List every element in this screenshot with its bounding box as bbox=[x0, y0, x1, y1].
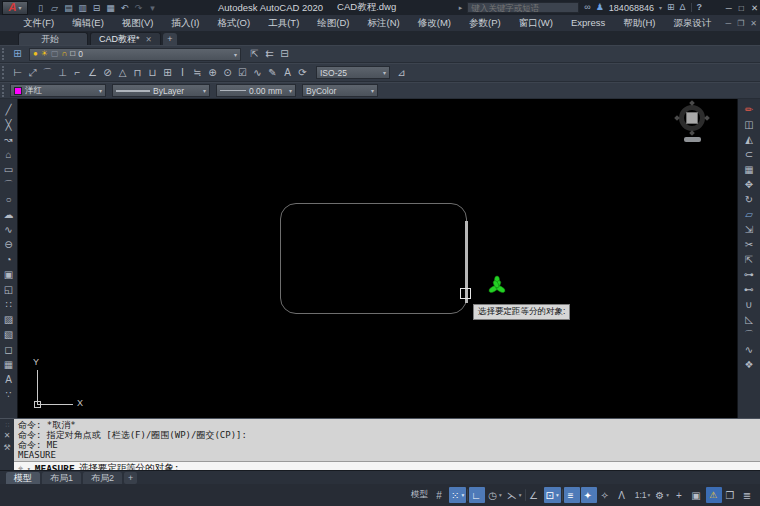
doc-minimize-button[interactable]: ─ bbox=[725, 19, 731, 28]
plot-button[interactable]: ⊟ bbox=[90, 1, 103, 14]
polar-tracking-button[interactable]: ◷ ▾ bbox=[486, 487, 504, 503]
ordinate-dimension-button[interactable]: ⊥ bbox=[55, 65, 70, 80]
create-block-button[interactable]: ◱ bbox=[1, 282, 17, 297]
toolbar-grip[interactable] bbox=[2, 66, 7, 80]
scale-button[interactable]: ▱ bbox=[741, 207, 757, 222]
move-button[interactable]: ✥ bbox=[741, 177, 757, 192]
close-button[interactable]: ✕ bbox=[751, 3, 758, 13]
annotation-visibility-button[interactable]: ✦ bbox=[581, 487, 597, 503]
quick-dimension-button[interactable]: ⊓ bbox=[130, 65, 145, 80]
continue-dimension-button[interactable]: ⊞ bbox=[160, 65, 175, 80]
layer-properties-button[interactable]: ⊞ bbox=[10, 47, 25, 62]
dim-style-caret-icon[interactable]: ▾ bbox=[383, 69, 386, 76]
table-button[interactable]: ▦ bbox=[1, 357, 17, 372]
inspection-button[interactable]: ☑ bbox=[235, 65, 250, 80]
hatch-button[interactable]: ▨ bbox=[1, 312, 17, 327]
blend-curves-button[interactable]: ∿ bbox=[741, 342, 757, 357]
tab-close-icon[interactable]: ✕ bbox=[146, 35, 152, 44]
menu-item[interactable]: Express bbox=[562, 15, 614, 31]
command-dock-grip[interactable]: ∷ bbox=[6, 421, 9, 428]
gradient-button[interactable]: ▧ bbox=[1, 327, 17, 342]
menu-item[interactable]: 参数(P) bbox=[460, 15, 510, 31]
extend-button[interactable]: ⇱ bbox=[741, 252, 757, 267]
plus-button[interactable]: + bbox=[672, 487, 688, 503]
arc-button[interactable]: ⌒ bbox=[1, 177, 17, 192]
menu-item[interactable]: 视图(V) bbox=[113, 15, 163, 31]
lineweight-button[interactable]: ≡ bbox=[564, 487, 580, 503]
command-panel-close-icon[interactable]: ✕ bbox=[4, 431, 11, 440]
print-button[interactable]: ▦ bbox=[104, 1, 117, 14]
toolbar-grip[interactable] bbox=[2, 85, 7, 97]
point-button[interactable]: ∷ bbox=[1, 297, 17, 312]
menu-item[interactable]: 帮助(H) bbox=[614, 15, 664, 31]
viewcube-east-arrow[interactable] bbox=[704, 115, 710, 121]
object-snap-tracking-button[interactable]: ∠ bbox=[527, 487, 543, 503]
tolerance-button[interactable]: ⊕ bbox=[205, 65, 220, 80]
signed-in-username[interactable]: 184068846 bbox=[609, 3, 654, 13]
menu-item[interactable]: 格式(O) bbox=[208, 15, 259, 31]
dimension-edit-button[interactable]: ✎ bbox=[265, 65, 280, 80]
tab-cad-tutorial[interactable]: CAD教程* ✕ bbox=[90, 32, 161, 45]
explode-button[interactable]: ❖ bbox=[741, 357, 757, 372]
mirror-button[interactable]: ◭ bbox=[741, 132, 757, 147]
annotation-autoscale-button[interactable]: ✧ bbox=[598, 487, 614, 503]
ortho-mode-button[interactable]: ∟ bbox=[469, 487, 485, 503]
polygon-button[interactable]: ⌂ bbox=[1, 147, 17, 162]
new-drawing-tab-button[interactable]: + bbox=[163, 33, 177, 45]
line-button[interactable]: ╱ bbox=[1, 102, 17, 117]
undo-button[interactable]: ↶ bbox=[118, 1, 131, 14]
menu-item[interactable]: 插入(I) bbox=[162, 15, 208, 31]
array-button[interactable]: ▦ bbox=[741, 162, 757, 177]
join-button[interactable]: ∪ bbox=[741, 297, 757, 312]
offset-button[interactable]: ⊂ bbox=[741, 147, 757, 162]
save-button[interactable]: ▤ bbox=[62, 1, 75, 14]
menu-item[interactable]: 工具(T) bbox=[259, 15, 308, 31]
layer-combo[interactable]: ● ☀ ▢ ∩ □ 0 ▾ bbox=[29, 48, 241, 61]
app-store-cart-icon[interactable]: ⊞ bbox=[667, 3, 675, 12]
region-button[interactable]: ◻ bbox=[1, 342, 17, 357]
angular-dimension-button[interactable]: △ bbox=[115, 65, 130, 80]
break-at-point-button[interactable]: ⊶ bbox=[741, 267, 757, 282]
autodesk-apps-icon[interactable]: Δ bbox=[679, 3, 685, 12]
center-mark-button[interactable]: ⊙ bbox=[220, 65, 235, 80]
menu-item[interactable]: 源泉设计 bbox=[664, 15, 720, 31]
rounded-rectangle-polyline[interactable] bbox=[280, 203, 467, 314]
tab-start[interactable]: 开始 bbox=[18, 32, 88, 45]
grid-display-button[interactable]: # bbox=[432, 487, 448, 503]
linetype-combo[interactable]: ByLayer ▾ bbox=[112, 84, 210, 97]
color-combo[interactable]: 洋红 ▾ bbox=[10, 84, 106, 97]
radius-dimension-button[interactable]: ⌐ bbox=[70, 65, 85, 80]
plot-style-combo[interactable]: ByColor ▾ bbox=[302, 84, 378, 97]
dimension-style-manager-button[interactable]: ⊿ bbox=[394, 65, 409, 80]
layout-tab-model[interactable]: 模型 bbox=[6, 472, 40, 484]
annotation-scale-value-button[interactable]: 1:1 ▾ bbox=[632, 487, 653, 503]
rectangle-button[interactable]: ▭ bbox=[1, 162, 17, 177]
doc-close-button[interactable]: ✕ bbox=[750, 19, 757, 28]
make-object-layer-current-button[interactable]: ⇱ bbox=[247, 47, 262, 62]
spline-button[interactable]: ∿ bbox=[1, 222, 17, 237]
command-panel-wrench-icon[interactable]: ⚒ bbox=[3, 443, 10, 452]
menu-item[interactable]: 窗口(W) bbox=[510, 15, 562, 31]
point-style-button[interactable]: ∵ bbox=[1, 387, 17, 402]
dim-style-combo[interactable]: ISO-25 ▾ bbox=[316, 66, 390, 79]
trim-button[interactable]: ✂ bbox=[741, 237, 757, 252]
copy-button[interactable]: ◫ bbox=[741, 117, 757, 132]
layer-states-button[interactable]: ⊟ bbox=[277, 47, 292, 62]
layer-combo-caret-icon[interactable]: ▾ bbox=[234, 51, 237, 58]
break-button[interactable]: ⊷ bbox=[741, 282, 757, 297]
ellipse-arc-button[interactable]: ◔ bbox=[1, 252, 17, 267]
menu-item[interactable]: 绘图(D) bbox=[308, 15, 358, 31]
menu-item[interactable]: 修改(M) bbox=[409, 15, 460, 31]
minimize-button[interactable]: ─ bbox=[726, 3, 732, 13]
search-binoculars-icon[interactable]: ∞ bbox=[584, 3, 590, 12]
snap-mode-button[interactable]: ⁙ ▾ bbox=[449, 487, 466, 503]
text-button[interactable]: A bbox=[1, 372, 17, 387]
chamfer-button[interactable]: ◺ bbox=[741, 312, 757, 327]
annotation-scale-button[interactable]: Λ bbox=[615, 487, 631, 503]
dimension-break-button[interactable]: ≒ bbox=[190, 65, 205, 80]
menu-item[interactable]: 标注(N) bbox=[359, 15, 409, 31]
menu-item[interactable]: 文件(F) bbox=[14, 15, 63, 31]
color-combo-caret-icon[interactable]: ▾ bbox=[99, 87, 102, 94]
dimension-update-button[interactable]: ⟳ bbox=[295, 65, 310, 80]
menu-item[interactable]: 编辑(E) bbox=[63, 15, 113, 31]
